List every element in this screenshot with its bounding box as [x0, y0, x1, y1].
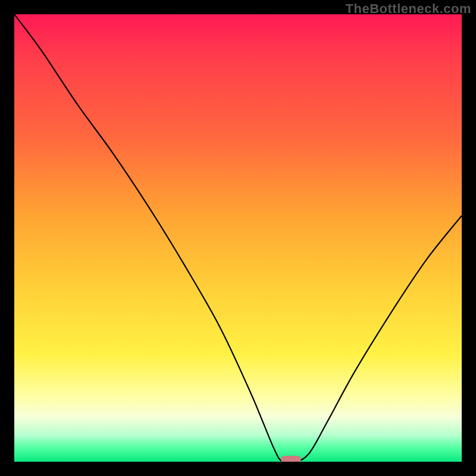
chart-frame: TheBottleneck.com	[0, 0, 476, 476]
watermark-text: TheBottleneck.com	[346, 1, 471, 17]
curve-svg	[14, 14, 462, 462]
bottleneck-curve	[14, 14, 462, 462]
optimal-marker	[281, 456, 301, 462]
plot-area	[14, 14, 462, 462]
